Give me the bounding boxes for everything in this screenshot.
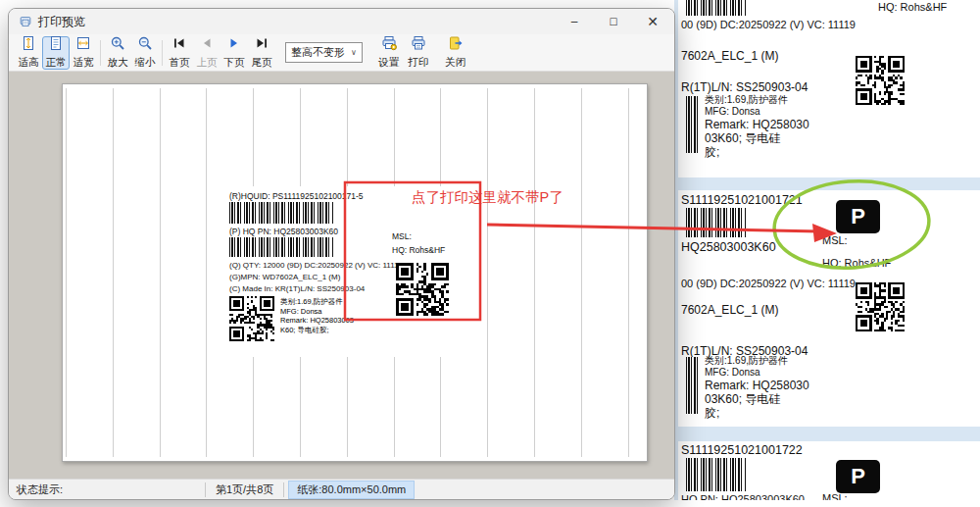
preview-detail-line: 类别:1.69,防护器件 — [280, 297, 354, 307]
scale-mode-value: 整高不变形 — [291, 45, 345, 60]
fit-width-label: 适宽 — [74, 56, 94, 70]
label2-detail-line: 类别:1.69,防护器件 — [705, 355, 809, 367]
label1-detail-line: 胶; — [705, 145, 809, 159]
settings-label: 设置 — [378, 56, 399, 70]
label1-hq: HQ: Rohs&HF — [878, 1, 947, 13]
minimize-button[interactable]: – — [555, 9, 594, 34]
label2-uid: S11119251021001721 — [681, 193, 803, 207]
maximize-button[interactable]: ☐ — [594, 9, 633, 34]
next-page-label: 下页 — [224, 56, 245, 70]
prev-page-button[interactable]: 上页 — [193, 36, 220, 70]
print-label: 打印 — [408, 56, 428, 70]
statusbar: 状态提示: 第1页/共8页 纸张:80.0mm×50.0mm — [9, 479, 674, 499]
close-tool-button[interactable]: 关闭 — [441, 36, 470, 70]
scale-mode-select[interactable]: 整高不变形 ∨ — [285, 42, 363, 63]
fit-width-button[interactable]: 适宽 — [70, 36, 97, 70]
label2-pn: HQ25803003K60 — [681, 240, 776, 254]
print-button[interactable]: 打印 — [404, 36, 433, 70]
preview-detail-line: K60; 导电硅胶; — [280, 326, 354, 335]
label1-mpn: 7602A_ELC_1 (M) — [681, 49, 778, 63]
label1-qty: 00 (9D) DC:20250922 (V) VC: 11119 — [681, 19, 856, 30]
last-page-label: 尾页 — [252, 56, 272, 70]
label3-pn: HQ PN: HQ25803003K60 — [681, 493, 805, 500]
preview-detail-line: MFG: Donsa — [280, 307, 354, 317]
label1-qr-code — [856, 56, 905, 105]
zoom-in-button[interactable]: 放大 — [104, 36, 131, 70]
preview-uid-barcode — [229, 202, 333, 224]
last-page-icon — [254, 35, 270, 55]
preview-qr-right — [396, 263, 449, 316]
label1-detail-line: Remark: HQ258030 — [705, 118, 809, 131]
chevron-down-icon: ∨ — [351, 48, 357, 57]
printed-label-middle: S11119251021001721 P MSL: HQ25803003K60 … — [678, 190, 980, 427]
screen: HQ: Rohs&HF 00 (9D) DC:20250922 (V) VC: … — [0, 0, 980, 507]
close-tool-label: 关闭 — [445, 56, 466, 70]
label3-uid: S11119251021001722 — [681, 443, 803, 457]
settings-printer-icon — [381, 35, 397, 55]
label2-detail-line: MFG: Donsa — [705, 367, 809, 379]
toolbar: 适高 正常 适宽 放大 缩小 首页 — [9, 34, 674, 72]
label1-ln: R(1T)L/N: SS250903-04 — [681, 80, 808, 94]
preview-mpn: (G)MPN: WD7602A_ELC_1 (M) — [229, 273, 340, 281]
prev-page-label: 上页 — [197, 56, 218, 70]
label1-detail-line: 类别:1.69,防护器件 — [705, 94, 809, 106]
label3-msl: MSL: — [822, 492, 848, 500]
preview-label: (R)HQUID: PS1111925102100171-5 (P) HQ PN… — [223, 186, 484, 357]
label2-detail-line: 胶; — [705, 406, 809, 420]
label2-detail-line: 03K60; 导电硅 — [705, 392, 809, 406]
first-page-icon — [172, 35, 187, 55]
label1-side-barcode — [686, 96, 700, 153]
printed-label-bottom: S11119251021001722 P HQ PN: HQ25803003K6… — [678, 441, 980, 500]
first-page-button[interactable]: 首页 — [166, 36, 193, 70]
annotation-text: 点了打印这里就不带P了 — [412, 188, 564, 207]
page-indicator: 第1页/共8页 — [206, 482, 283, 497]
first-page-label: 首页 — [170, 56, 190, 70]
preview-msl: MSL: — [392, 231, 412, 241]
label1-barcode — [686, 0, 747, 16]
fit-height-button[interactable]: 适高 — [15, 36, 42, 70]
next-page-button[interactable]: 下页 — [220, 36, 248, 70]
toolbar-separator — [100, 40, 101, 66]
label3-barcode — [686, 458, 747, 491]
print-preview-app-icon — [19, 15, 32, 28]
preview-pn: (P) HQ PN: HQ25803003K60 — [229, 227, 338, 236]
titlebar[interactable]: 打印预览 – ☐ ✕ — [9, 9, 674, 34]
label1-detail-line: 03K60; 导电硅 — [705, 131, 809, 145]
label2-msl: MSL: — [822, 234, 848, 246]
fit-height-label: 适高 — [19, 56, 39, 70]
zoom-out-label: 缩小 — [135, 56, 156, 70]
label2-qty: 00 (9D) DC:20250922 (V) VC: 11119 — [681, 278, 856, 289]
zoom-out-button[interactable]: 缩小 — [131, 36, 159, 70]
status-hint-label: 状态提示: — [9, 482, 205, 497]
prev-page-icon — [199, 35, 215, 55]
preview-page: (R)HQUID: PS1111925102100171-5 (P) HQ PN… — [62, 83, 648, 462]
zoom-in-label: 放大 — [108, 56, 128, 70]
printer-icon — [411, 35, 426, 55]
print-preview-window: 打印预览 – ☐ ✕ 适高 正常 适宽 放大 — [8, 8, 675, 500]
preview-hquid: (R)HQUID: PS1111925102100171-5 — [229, 191, 364, 201]
close-button[interactable]: ✕ — [633, 9, 672, 34]
fit-width-icon — [75, 35, 91, 55]
label2-qr-code — [856, 282, 905, 331]
printed-label-top: HQ: Rohs&HF 00 (9D) DC:20250922 (V) VC: … — [678, 0, 980, 177]
settings-button[interactable]: 设置 — [374, 36, 404, 70]
preview-details: 类别:1.69,防护器件 MFG: Donsa Remark: HQ258030… — [280, 297, 354, 334]
label2-side-barcode — [686, 357, 700, 414]
paper-size-indicator: 纸张:80.0mm×50.0mm — [288, 481, 415, 499]
preview-area: (R)HQUID: PS1111925102100171-5 (P) HQ PN… — [9, 72, 674, 479]
preview-qty: (Q) QTY: 12000 (9D) DC:20250922 (V) VC: … — [229, 261, 403, 270]
exit-door-icon — [448, 35, 464, 55]
label2-detail-line: Remark: HQ258030 — [705, 379, 809, 392]
normal-zoom-button[interactable]: 正常 — [42, 36, 70, 70]
next-page-icon — [226, 35, 242, 55]
zoom-out-icon — [137, 35, 153, 55]
preview-made-in: (C) Made In: KR(1T)L/N: SS250903-04 — [229, 284, 365, 293]
label2-p-logo: P — [836, 200, 880, 233]
last-page-button[interactable]: 尾页 — [248, 36, 275, 70]
window-controls: – ☐ ✕ — [555, 9, 672, 34]
label2-details: 类别:1.69,防护器件 MFG: Donsa Remark: HQ258030… — [705, 355, 809, 420]
label-sheet-background: HQ: Rohs&HF 00 (9D) DC:20250922 (V) VC: … — [674, 0, 980, 500]
window-title: 打印预览 — [38, 14, 85, 30]
preview-detail-line: Remark: HQ25803003 — [280, 316, 354, 326]
label2-barcode — [686, 208, 747, 237]
